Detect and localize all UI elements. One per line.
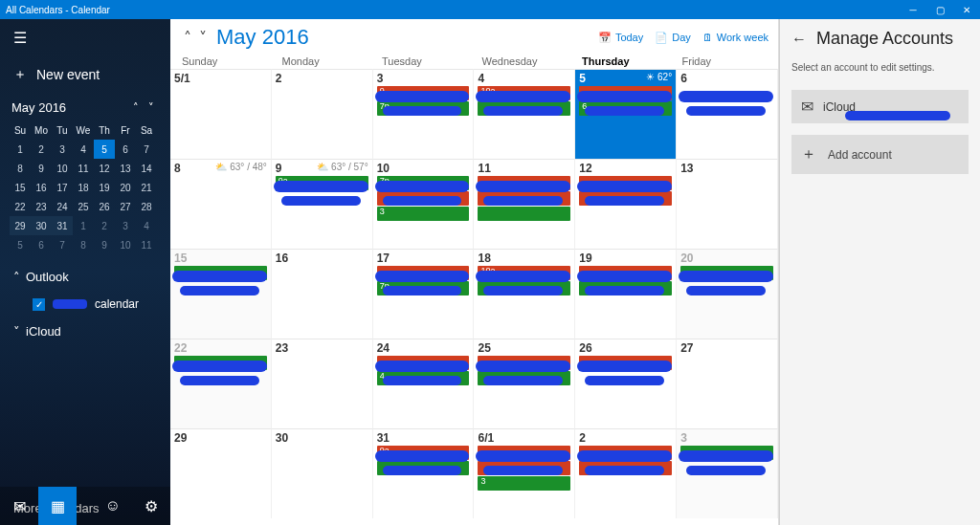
mini-day[interactable]: 28 xyxy=(136,197,157,216)
calendar-event[interactable]: 3 xyxy=(478,476,570,491)
mini-day[interactable]: 6 xyxy=(31,235,52,254)
day-cell[interactable]: 2 xyxy=(272,69,373,159)
day-header: Thursday xyxy=(578,55,679,67)
calendar-event[interactable]: 3 xyxy=(377,207,470,221)
day-cell[interactable]: 107p3 xyxy=(373,159,475,249)
mini-day[interactable]: 25 xyxy=(73,197,94,216)
day-cell[interactable]: 2 xyxy=(575,428,677,518)
mini-day[interactable]: 11 xyxy=(73,159,94,178)
day-cell[interactable]: 25 xyxy=(474,339,575,428)
mini-calendar-month[interactable]: May 2016 xyxy=(11,100,128,115)
maximize-button[interactable]: ▢ xyxy=(926,0,953,19)
day-cell[interactable]: 16 xyxy=(272,249,373,339)
mail-icon[interactable]: ✉ xyxy=(0,487,38,525)
minimize-button[interactable]: ─ xyxy=(900,0,926,19)
mini-day[interactable]: 27 xyxy=(115,197,136,216)
mini-day[interactable]: 9 xyxy=(31,159,52,178)
mini-day[interactable]: 17 xyxy=(52,178,73,197)
today-button[interactable]: 📅 Today xyxy=(598,32,643,44)
day-cell[interactable]: 13 xyxy=(677,159,778,249)
mini-day[interactable]: 7 xyxy=(52,235,73,254)
day-cell[interactable]: 5☀ 62°6 xyxy=(575,69,677,159)
day-cell[interactable]: 319a xyxy=(373,428,475,518)
chevron-down-icon[interactable]: ˅ xyxy=(144,101,159,114)
day-cell[interactable]: 1810a xyxy=(474,249,575,339)
day-cell[interactable]: 397p xyxy=(373,69,475,159)
day-cell[interactable]: 12 xyxy=(575,159,677,249)
feedback-icon[interactable]: ☺ xyxy=(94,487,132,525)
day-cell[interactable]: 26 xyxy=(575,339,677,428)
mini-day[interactable]: 15 xyxy=(10,178,31,197)
day-view-button[interactable]: 📄 Day xyxy=(655,32,691,44)
mini-day[interactable]: 10 xyxy=(115,235,136,254)
workweek-view-button[interactable]: 🗓 Work week xyxy=(702,32,768,43)
mini-day[interactable]: 31 xyxy=(52,216,73,235)
day-cell[interactable]: 22 xyxy=(170,339,272,428)
add-account-button[interactable]: ＋ Add account xyxy=(791,135,969,174)
mini-day[interactable]: 29 xyxy=(10,216,31,235)
mini-day[interactable]: 14 xyxy=(136,159,157,178)
day-cell[interactable]: 15 xyxy=(170,249,272,339)
calendar-icon[interactable]: ▦ xyxy=(38,487,77,525)
day-cell[interactable]: 23 xyxy=(272,339,373,428)
back-icon[interactable]: ← xyxy=(791,31,807,48)
day-cell[interactable]: 6 xyxy=(677,69,778,159)
checkbox[interactable]: ✓ xyxy=(33,298,45,311)
day-cell[interactable]: 20 xyxy=(677,249,778,339)
mini-day[interactable]: 4 xyxy=(136,216,157,235)
calendar-item[interactable]: ✓ calendar xyxy=(0,294,170,315)
mini-day[interactable]: 3 xyxy=(52,140,73,159)
mini-day[interactable]: 19 xyxy=(94,178,115,197)
day-cell[interactable]: 19 xyxy=(575,249,677,339)
mini-day[interactable]: 26 xyxy=(94,197,115,216)
mini-day[interactable]: 5 xyxy=(94,140,115,159)
day-cell[interactable]: 29 xyxy=(170,428,272,518)
mini-day[interactable]: 2 xyxy=(31,140,52,159)
new-event-button[interactable]: ＋ New event xyxy=(0,56,170,93)
mini-day[interactable]: 8 xyxy=(73,235,94,254)
mini-day[interactable]: 1 xyxy=(10,140,31,159)
day-cell[interactable]: 6/13 xyxy=(474,428,575,518)
mini-day[interactable]: 6 xyxy=(115,140,136,159)
mini-day[interactable]: 13 xyxy=(115,159,136,178)
chevron-up-icon[interactable]: ˄ xyxy=(128,101,144,114)
day-cell[interactable]: 30 xyxy=(272,428,373,518)
prev-month-button[interactable]: ˄ xyxy=(180,29,195,47)
mini-day[interactable]: 7 xyxy=(136,140,157,159)
day-cell[interactable]: 11 xyxy=(474,159,575,249)
day-cell[interactable]: 27 xyxy=(677,339,778,428)
mini-day[interactable]: 4 xyxy=(73,140,94,159)
close-button[interactable]: ✕ xyxy=(953,0,980,19)
settings-icon[interactable]: ⚙ xyxy=(132,487,170,525)
day-cell[interactable]: 8⛅ 63° / 48° xyxy=(170,159,272,249)
mini-day[interactable]: 3 xyxy=(115,216,136,235)
mini-day[interactable]: 5 xyxy=(10,235,31,254)
day-cell[interactable]: 410a xyxy=(474,69,575,159)
mini-day[interactable]: 9 xyxy=(94,235,115,254)
hamburger-icon[interactable]: ☰ xyxy=(0,19,170,56)
mini-day[interactable]: 20 xyxy=(115,178,136,197)
mini-day[interactable]: 23 xyxy=(31,197,52,216)
mini-day[interactable]: 16 xyxy=(31,178,52,197)
mini-day[interactable]: 2 xyxy=(94,216,115,235)
day-cell[interactable]: 244 xyxy=(373,339,475,428)
mini-day[interactable]: 10 xyxy=(52,159,73,178)
mini-day[interactable]: 12 xyxy=(94,159,115,178)
mini-day[interactable]: 21 xyxy=(136,178,157,197)
account-item[interactable]: ✉iCloud xyxy=(791,90,969,123)
mini-day[interactable]: 24 xyxy=(52,197,73,216)
mini-day[interactable]: 30 xyxy=(31,216,52,235)
calendar-section[interactable]: ˅iCloud xyxy=(0,315,170,348)
mini-day[interactable]: 11 xyxy=(136,235,157,254)
calendar-event[interactable] xyxy=(478,207,570,221)
next-month-button[interactable]: ˅ xyxy=(195,29,211,47)
day-cell[interactable]: 5/1 xyxy=(170,69,272,159)
day-cell[interactable]: 3 xyxy=(677,428,778,518)
day-cell[interactable]: 9⛅ 63° / 57°9a xyxy=(272,159,373,249)
day-cell[interactable]: 177p xyxy=(373,249,475,339)
mini-day[interactable]: 22 xyxy=(10,197,31,216)
mini-day[interactable]: 18 xyxy=(73,178,94,197)
calendar-section[interactable]: ˄Outlook xyxy=(0,260,170,294)
mini-day[interactable]: 8 xyxy=(10,159,31,178)
mini-day[interactable]: 1 xyxy=(73,216,94,235)
